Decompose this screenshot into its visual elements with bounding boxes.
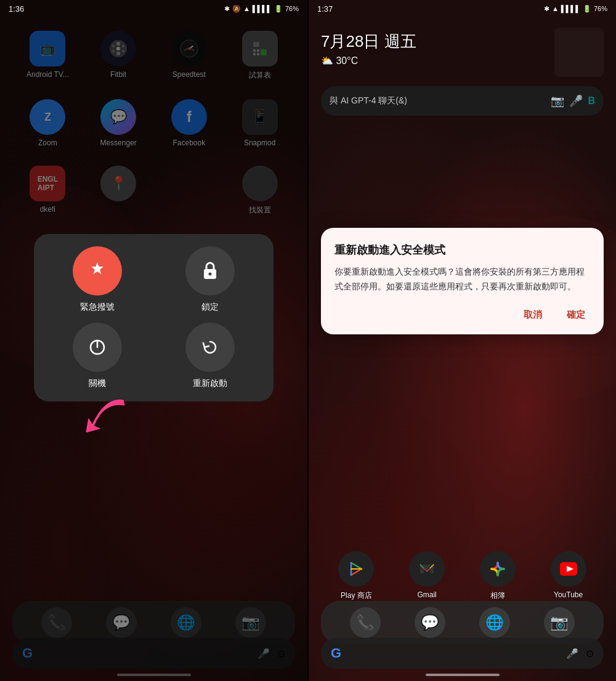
emergency-call-btn[interactable]: 緊急撥號 <box>46 246 149 313</box>
app-play-store[interactable]: Play 商店 <box>331 551 381 601</box>
right-search-bar[interactable]: G 🎤 ⊙ <box>321 638 604 669</box>
app-youtube-label: YouTube <box>554 590 583 599</box>
wifi-icon: ▲ <box>243 5 250 12</box>
emergency-label: 緊急撥號 <box>80 302 115 313</box>
weather-text: ⛅ 30°C <box>321 55 416 66</box>
app-play-store-label: Play 商店 <box>341 590 372 601</box>
arrow-indicator <box>80 388 136 446</box>
dialog-buttons: 取消 確定 <box>334 307 590 323</box>
right-screen: 1:37 ✱ ▲ ▌▌▌▌ 🔋 76% 7月28日 週五 ⛅ 30°C 與 AI… <box>309 0 616 681</box>
weather-temp: 30°C <box>336 55 358 66</box>
right-google-logo: G <box>331 645 341 661</box>
restart-btn[interactable]: 重新啟動 <box>159 323 262 389</box>
weather-icon: ⛅ <box>321 55 333 66</box>
date-widget: 7月28日 週五 ⛅ 30°C <box>321 31 416 66</box>
svg-point-18 <box>208 273 211 276</box>
gmail-icon <box>409 551 445 587</box>
right-lens-icon[interactable]: ⊙ <box>586 648 594 659</box>
lock-icon <box>185 246 235 296</box>
ai-search-bar[interactable]: 與 AI GPT-4 聊天(&) 📷 🎤 B <box>321 86 604 116</box>
right-search-bar-icons: 🎤 ⊙ <box>566 648 594 659</box>
decorative-widget <box>554 28 604 77</box>
app-youtube[interactable]: YouTube <box>544 551 593 601</box>
right-dock-chat[interactable]: 💬 <box>415 607 445 638</box>
right-home-indicator <box>426 674 500 676</box>
app-photos-label: 相簿 <box>490 590 505 601</box>
battery-icon: 🔋 <box>274 5 283 13</box>
left-status-icons: ✱ 🔕 ▲ ▌▌▌▌ 🔋 76% <box>224 5 299 13</box>
bing-icon[interactable]: B <box>588 95 595 107</box>
photos-icon <box>480 551 516 587</box>
signal-icon: ▌▌▌▌ <box>253 5 272 12</box>
restart-label: 重新啟動 <box>193 378 227 389</box>
right-wifi-icon: ▲ <box>552 5 559 12</box>
right-time: 1:37 <box>317 4 333 14</box>
dialog-cancel-btn[interactable]: 取消 <box>519 307 547 323</box>
right-status-icons: ✱ ▲ ▌▌▌▌ 🔋 76% <box>544 5 607 13</box>
power-menu: 緊急撥號 鎖定 關機 重新啟動 <box>34 234 274 401</box>
emergency-icon <box>73 246 122 296</box>
dialog-confirm-btn[interactable]: 確定 <box>562 307 590 323</box>
app-photos[interactable]: 相簿 <box>473 551 522 601</box>
right-bottom-app-row: Play 商店 Gmail 相簿 YouTube <box>321 551 604 601</box>
date-text: 7月28日 週五 <box>321 31 416 52</box>
youtube-icon <box>551 551 586 587</box>
right-battery-pct: 76% <box>594 5 607 12</box>
left-status-bar: 1:36 ✱ 🔕 ▲ ▌▌▌▌ 🔋 76% <box>0 0 307 17</box>
app-gmail-label: Gmail <box>417 590 436 599</box>
shutdown-icon <box>73 323 122 372</box>
lock-label: 鎖定 <box>201 302 219 313</box>
right-mic-icon[interactable]: 🎤 <box>566 648 578 659</box>
dialog-title: 重新啟動進入安全模式 <box>334 243 590 257</box>
right-dock-chrome[interactable]: 🌐 <box>479 607 510 638</box>
safe-mode-dialog: 重新啟動進入安全模式 你要重新啟動進入安全模式嗎？這會將你安裝的所有第三方應用程… <box>321 228 604 334</box>
restart-icon <box>185 323 235 372</box>
dialog-body: 你要重新啟動進入安全模式嗎？這會將你安裝的所有第三方應用程式全部停用。如要還原這… <box>334 265 590 294</box>
right-signal-icon: ▌▌▌▌ <box>561 5 580 12</box>
lock-btn[interactable]: 鎖定 <box>159 246 262 313</box>
right-notification-icon: ✱ <box>544 5 549 13</box>
right-battery-icon: 🔋 <box>583 5 591 13</box>
left-time: 1:36 <box>9 4 24 14</box>
app-gmail[interactable]: Gmail <box>402 551 452 601</box>
ai-search-placeholder: 與 AI GPT-4 聊天(&) <box>330 95 546 107</box>
left-screen: 1:36 ✱ 🔕 ▲ ▌▌▌▌ 🔋 76% 📺 Android TV... Fi… <box>0 0 307 681</box>
shutdown-btn[interactable]: 關機 <box>46 323 149 389</box>
mute-icon: 🔕 <box>232 5 241 13</box>
right-dock-camera[interactable]: 📷 <box>544 607 575 638</box>
camera-search-icon[interactable]: 📷 <box>551 94 564 108</box>
battery-pct: 76% <box>285 5 299 12</box>
mic-search-icon[interactable]: 🎤 <box>569 94 583 108</box>
right-status-bar: 1:37 ✱ ▲ ▌▌▌▌ 🔋 76% <box>309 0 616 17</box>
right-dock-phone[interactable]: 📞 <box>350 607 381 638</box>
bluetooth-icon: ✱ <box>224 5 230 13</box>
play-store-icon <box>338 551 374 587</box>
